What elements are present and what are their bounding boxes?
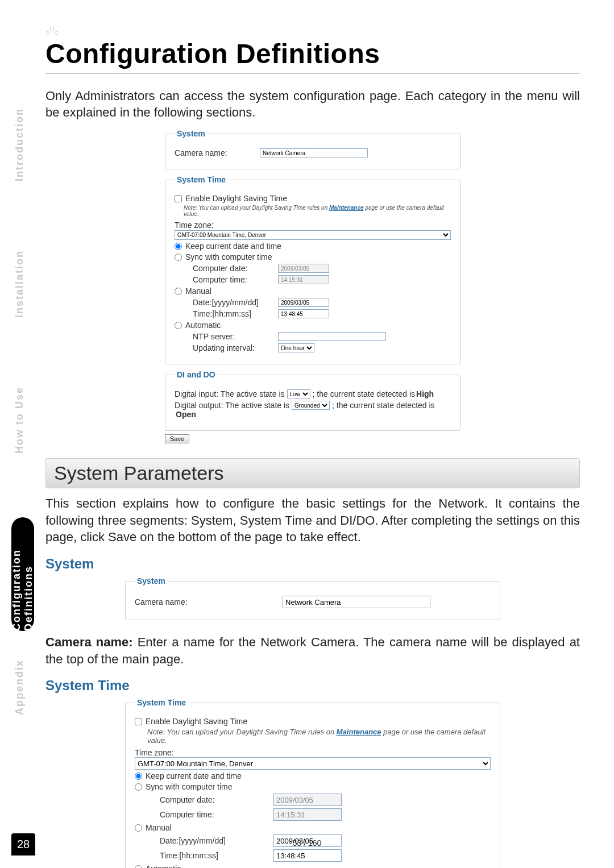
dst-note: Note: You can upload your Daylight Savin… <box>184 205 451 217</box>
radio-auto-label: Automatic <box>185 321 221 330</box>
radio-manual-label: Manual <box>185 286 211 296</box>
computer-date-value-large <box>273 794 342 806</box>
di-select[interactable]: Low <box>287 389 310 398</box>
manual-time-label-large: Time:[hh:mm:ss] <box>160 851 273 860</box>
title-divider <box>45 73 580 74</box>
sidebar-item-installation: Installation <box>14 250 26 318</box>
dido-legend: DI and DO <box>175 370 218 379</box>
system-time-panel-small: System Time Enable Daylight Saving Time … <box>165 175 460 364</box>
book-page-number: 28 <box>11 833 35 855</box>
ntp-label: NTP server: <box>193 332 278 341</box>
upd-select[interactable]: One hour <box>278 343 314 352</box>
computer-date-value <box>278 264 329 273</box>
camera-name-para: Camera name: Enter a name for the Networ… <box>45 634 580 667</box>
radio-keep-label: Keep current date and time <box>185 242 281 251</box>
ntp-input[interactable] <box>278 332 386 341</box>
do-select[interactable]: Grounded <box>292 401 330 410</box>
system-time-legend: System Time <box>175 175 228 184</box>
radio-manual-label-large: Manual <box>146 823 172 832</box>
computer-date-label-large: Computer date: <box>160 795 273 804</box>
system-legend-large: System <box>135 576 168 585</box>
upd-label: Updating interval: <box>193 343 278 352</box>
do-post: ; the current state detected is <box>332 401 435 410</box>
radio-auto-label-large: Automatic <box>146 864 181 868</box>
do-pre: Digital output: The active state is <box>175 401 289 410</box>
timezone-select[interactable]: GMT-07:00 Mountain Time, Denver <box>175 230 451 240</box>
system-time-legend-large: System Time <box>135 698 188 707</box>
page-title: Configuration Definitions <box>45 38 580 69</box>
manual-time-label: Time:[hh:mm:ss] <box>193 309 278 318</box>
dst-label: Enable Daylight Saving Time <box>185 194 287 203</box>
radio-manual-large[interactable] <box>135 824 142 832</box>
sidebar: Introduction Installation How to Use Con… <box>0 0 40 868</box>
do-state: Open <box>176 410 196 419</box>
radio-auto[interactable] <box>175 322 182 329</box>
system-legend: System <box>175 129 208 138</box>
radio-sync-large[interactable] <box>135 783 142 791</box>
manual-date-input[interactable] <box>278 298 329 307</box>
computer-time-value-large <box>273 808 342 821</box>
maintenance-link[interactable]: Maintenance <box>329 205 364 211</box>
system-panel-small: System Camera name: <box>165 129 460 169</box>
save-button[interactable]: Save <box>165 434 189 443</box>
radio-keep-label-large: Keep current date and time <box>146 771 242 780</box>
timezone-select-large[interactable]: GMT-07:00 Mountain Time, Denver <box>135 757 491 770</box>
camera-name-label-large: Camera name: <box>135 597 283 607</box>
sub-head-system-time: System Time <box>45 678 580 693</box>
manual-date-label: Date:[yyyy/mm/dd] <box>193 298 278 307</box>
dst-note-large: Note: You can upload your Daylight Savin… <box>147 728 491 745</box>
sidebar-item-appendix: Appendix <box>14 659 26 715</box>
sub-head-system: System <box>45 556 580 572</box>
dst-checkbox[interactable] <box>175 195 182 202</box>
camera-name-input[interactable] <box>260 148 368 157</box>
section-title: System Parameters <box>54 462 571 484</box>
di-post: ; the current state detected is <box>313 389 416 398</box>
sidebar-item-intro: Introduction <box>14 108 26 181</box>
sidebar-item-howto: How to Use <box>14 387 26 454</box>
computer-date-label: Computer date: <box>193 264 278 273</box>
radio-manual[interactable] <box>175 288 182 295</box>
system-panel-large: System Camera name: <box>125 576 500 620</box>
radio-auto-large[interactable] <box>135 865 142 868</box>
radio-sync-label-large: Sync with computer time <box>146 782 233 791</box>
camera-name-input-large[interactable] <box>283 596 430 608</box>
radio-keep[interactable] <box>175 243 182 250</box>
sidebar-item-config-active: Configuration Definitions <box>11 517 34 631</box>
camera-name-label: Camera name: <box>175 148 260 157</box>
timezone-label-large: Time zone: <box>135 748 491 757</box>
section-body: This section explains how to configure t… <box>45 495 580 546</box>
radio-sync-label: Sync with computer time <box>185 252 272 261</box>
timezone-label: Time zone: <box>175 221 451 230</box>
manual-time-input[interactable] <box>278 309 329 318</box>
manual-time-input-large[interactable] <box>273 849 342 862</box>
computer-time-label-large: Computer time: <box>160 810 273 819</box>
computer-time-value <box>278 275 329 284</box>
page-of-footer: 53 / 160 <box>0 838 614 848</box>
computer-time-label: Computer time: <box>193 275 278 284</box>
di-state: High <box>416 389 434 398</box>
radio-sync[interactable] <box>175 254 182 261</box>
dst-checkbox-large[interactable] <box>135 718 142 725</box>
dst-label-large: Enable Daylight Saving Time <box>146 717 247 726</box>
section-bar: System Parameters <box>45 458 580 488</box>
di-pre: Digital input: The active state is <box>175 389 285 398</box>
intro-text: Only Administrators can access the syste… <box>45 88 580 121</box>
di-do-panel: DI and DO Digital input: The active stat… <box>165 370 460 431</box>
decorative-dots-icon: ○○○ <box>45 23 580 37</box>
radio-keep-large[interactable] <box>135 773 142 780</box>
maintenance-link-large[interactable]: Maintenance <box>337 728 381 736</box>
